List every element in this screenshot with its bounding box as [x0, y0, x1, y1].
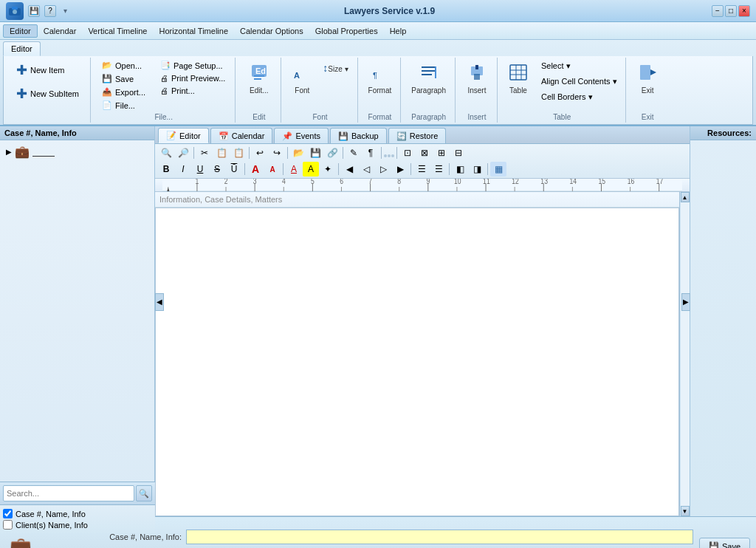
tb-paragraph-btn[interactable]: ¶ [362, 145, 379, 160]
tb-find2-btn[interactable]: 🔎 [175, 145, 191, 160]
menu-calendar-options[interactable]: Calendar Options [234, 25, 309, 37]
paragraph-button[interactable]: Paragraph [407, 59, 450, 97]
menu-bar: Editor Calendar Vertical Timeline Horizo… [0, 22, 756, 40]
insert-button[interactable]: Insert [462, 59, 492, 97]
tb-indent-btn[interactable]: ◧ [452, 162, 468, 177]
filter-case-checkbox[interactable] [3, 509, 13, 518]
tb-highlight-btn[interactable]: A [303, 162, 319, 177]
tab-editor[interactable]: 📝 Editor [158, 128, 209, 143]
ribbon-group-font: A Font ↕ Size ▾ Font [283, 58, 357, 123]
font-button[interactable]: A Font [287, 59, 317, 97]
ribbon-tab-editor[interactable]: Editor [3, 41, 41, 56]
tb-save-btn[interactable]: 💾 [307, 145, 323, 160]
tb-table-color-btn[interactable]: ▦ [490, 162, 506, 177]
menu-editor[interactable]: Editor [3, 24, 38, 38]
tb-link-btn[interactable]: 🔗 [324, 145, 340, 160]
tb-align-justify-btn[interactable]: ▶ [392, 162, 408, 177]
tb-font-size-up-btn[interactable]: A [247, 162, 264, 177]
tab-restore[interactable]: 🔄 Restore [388, 128, 447, 143]
print-button[interactable]: 🖨 Print... [155, 85, 230, 97]
menu-calendar[interactable]: Calendar [38, 25, 83, 37]
tb-numbering-btn[interactable]: ☰ [430, 162, 447, 177]
ribbon-group-paragraph: Paragraph Paragraph [402, 58, 456, 123]
menu-global-properties[interactable]: Global Properties [309, 25, 384, 37]
tb-italic-btn[interactable]: I [175, 162, 191, 177]
align-cell-dropdown[interactable]: Align Cell Contents ▾ [537, 75, 621, 89]
title-bar: 💾 ? ▾ Lawyers Service v.1.9 − □ × [0, 0, 756, 22]
editor-scrollbar[interactable]: ▲ ▼ [679, 192, 690, 516]
new-item-button[interactable]: ✚ New Item [10, 59, 86, 81]
tab-calendar[interactable]: 📅 Calendar [210, 128, 273, 143]
scrollbar-up-btn[interactable]: ▲ [681, 192, 690, 202]
editor-content[interactable] [156, 208, 678, 516]
minimize-btn[interactable]: − [712, 5, 724, 17]
tb-underline-btn[interactable]: U [192, 162, 208, 177]
tb-btn-a4[interactable]: ⊟ [450, 145, 467, 160]
tb-find-btn[interactable]: 🔍 [158, 145, 174, 160]
tree-item-0[interactable]: ▶ 💼 [3, 143, 151, 160]
table-button[interactable]: Table [504, 59, 533, 97]
tb-font-color-btn[interactable]: A [286, 162, 302, 177]
tb-align-right-btn[interactable]: ▷ [375, 162, 391, 177]
format-button[interactable]: ¶ Format [364, 59, 396, 97]
tab-backup-icon: 💾 [338, 131, 348, 141]
tb-bullets-btn[interactable]: ☰ [413, 162, 430, 177]
tb-btn-a3[interactable]: ⊞ [433, 145, 450, 160]
new-subitem-button[interactable]: ✚ New SubItem [10, 83, 86, 105]
tb-pencil-btn[interactable]: ✎ [346, 145, 362, 160]
tb-align-center-btn[interactable]: ◁ [358, 162, 374, 177]
tb-cut-btn[interactable]: ✂ [196, 145, 213, 160]
case-icon: 💼 ▾ [6, 534, 35, 549]
tb-font-size-down-btn[interactable]: A [264, 162, 281, 177]
file-button[interactable]: 📄 File... [97, 99, 151, 112]
save-button[interactable]: 💾 Save [97, 72, 151, 85]
tb-clear-format-btn[interactable]: ✦ [320, 162, 336, 177]
save-case-button[interactable]: 💾 Save [699, 538, 750, 548]
tb-btn-a2[interactable]: ⊠ [416, 145, 433, 160]
tab-events[interactable]: 📌 Events [274, 128, 329, 143]
tb-overline-btn[interactable]: Ū [226, 162, 242, 177]
tb-bold-btn[interactable]: B [158, 162, 174, 177]
case-number-input[interactable] [186, 530, 693, 544]
right-panel-collapse-arrow[interactable]: ▶ [681, 293, 690, 311]
tb-open-btn[interactable]: 📂 [290, 145, 306, 160]
menu-horizontal-timeline[interactable]: Horizontal Timeline [153, 25, 234, 37]
size-button[interactable]: ↕ Size ▾ [318, 59, 352, 77]
filter-client-checkbox[interactable] [3, 520, 13, 530]
tb-strikethrough-btn[interactable]: S [209, 162, 225, 177]
exit-button[interactable]: Exit [633, 59, 662, 97]
cell-borders-dropdown[interactable]: Cell Borders ▾ [537, 90, 621, 104]
export-button[interactable]: 📤 Export... [97, 86, 151, 98]
tb-undo-btn[interactable]: ↩ [252, 145, 268, 160]
menu-vertical-timeline[interactable]: Vertical Timeline [82, 25, 153, 37]
quick-save-btn[interactable]: 💾 [28, 5, 40, 17]
tb-paste-btn[interactable]: 📋 [230, 145, 247, 160]
help-btn[interactable]: ? [44, 5, 56, 17]
scrollbar-down-btn[interactable]: ▼ [681, 506, 690, 516]
filter-client-label: Client(s) Name, Info [16, 521, 88, 530]
print-preview-button[interactable]: 🖨 Print Preview... [155, 72, 230, 84]
tab-backup[interactable]: 💾 Backup [330, 128, 387, 143]
search-button[interactable]: 🔍 [136, 485, 152, 501]
svg-rect-14 [474, 74, 480, 80]
search-input[interactable] [3, 485, 134, 501]
ribbon: Editor ✚ New Item ✚ New SubItem [0, 40, 756, 126]
page-setup-button[interactable]: 📑 Page Setup... [155, 59, 230, 72]
tb-redo-btn[interactable]: ↪ [269, 145, 285, 160]
edit-button[interactable]: Ed Edit... [244, 59, 274, 97]
close-btn[interactable]: × [738, 5, 750, 17]
tb-outdent-btn[interactable]: ◨ [469, 162, 485, 177]
select-dropdown[interactable]: Select ▾ [537, 59, 621, 73]
tb-align-left-btn[interactable]: ◀ [341, 162, 357, 177]
left-panel-collapse-arrow[interactable]: ◀ [155, 293, 164, 311]
separator-11 [449, 163, 450, 175]
scrollbar-track [681, 202, 690, 506]
save-case-label: Save [722, 542, 740, 549]
menu-help[interactable]: Help [384, 25, 413, 37]
editor-area[interactable] [155, 208, 679, 516]
open-button[interactable]: 📂 Open... [97, 59, 151, 72]
restore-btn[interactable]: □ [725, 5, 737, 17]
editor-toolbar: 🔍 🔎 ✂ 📋 📋 ↩ ↪ 📂 💾 🔗 ✎ ¶ [155, 144, 690, 179]
tb-copy-btn[interactable]: 📋 [213, 145, 230, 160]
tb-btn-a1[interactable]: ⊡ [399, 145, 416, 160]
